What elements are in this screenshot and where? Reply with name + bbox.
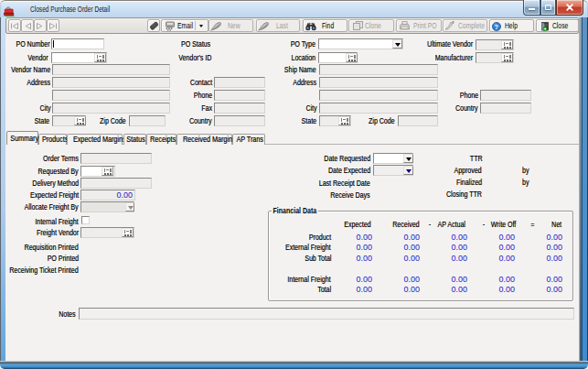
svg-text:?: ? xyxy=(495,24,498,30)
